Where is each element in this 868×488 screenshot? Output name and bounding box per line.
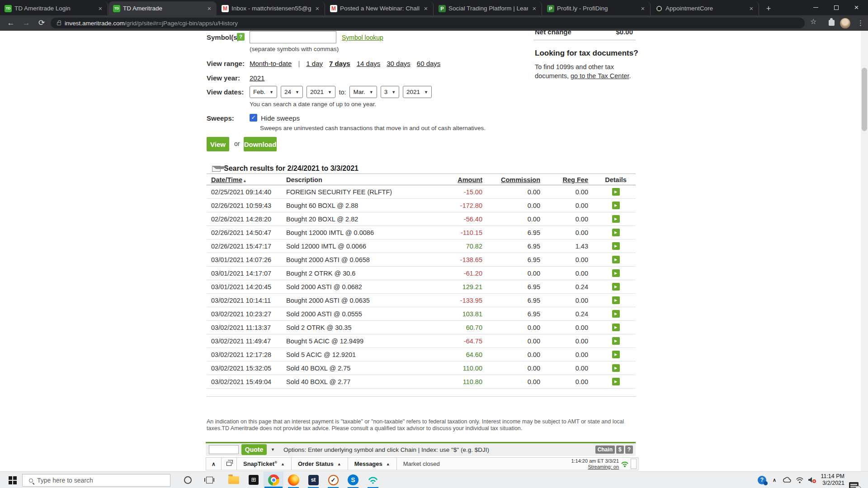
back-button[interactable]: ←	[5, 17, 17, 29]
notification-center-icon[interactable]: 2	[849, 482, 859, 488]
tab-close-icon[interactable]: ×	[639, 5, 646, 12]
details-button[interactable]: ▶	[612, 364, 620, 372]
hide-sweeps-label[interactable]: Hide sweeps	[261, 114, 300, 122]
messages-tab[interactable]: Messages▲	[348, 458, 397, 470]
date-from-select[interactable]: 24▼	[281, 86, 303, 98]
download-button[interactable]: Download	[244, 137, 277, 151]
help-button[interactable]: ?	[625, 446, 633, 454]
tab-close-icon[interactable]: ×	[531, 5, 538, 12]
details-button[interactable]: ▶	[612, 229, 620, 236]
date-to-select[interactable]: Mar.▼	[349, 86, 377, 98]
details-button[interactable]: ▶	[612, 296, 620, 304]
details-button[interactable]: ▶	[612, 378, 620, 385]
file-explorer-taskbar-icon[interactable]	[224, 472, 244, 488]
column-header-amount[interactable]: Amount	[458, 174, 482, 186]
taskbar-clock[interactable]: 11:14 PM 3/2/2021	[819, 473, 844, 487]
snapticket-popout-icon[interactable]	[222, 458, 237, 470]
details-button[interactable]: ▶	[612, 310, 620, 318]
help-icon[interactable]: ?	[237, 33, 245, 41]
hidden-icons-chevron[interactable]: ∧	[770, 477, 779, 483]
snapticket-scrollbar[interactable]	[631, 459, 637, 469]
forward-button[interactable]: →	[20, 17, 33, 29]
todo-check-taskbar-icon[interactable]: ✓	[323, 472, 343, 488]
date-from-select[interactable]: 2021▼	[307, 86, 335, 98]
order-status-tab[interactable]: Order Status▲	[292, 458, 348, 470]
tax-center-link[interactable]: go to the Tax Center	[571, 72, 629, 80]
view-range-link[interactable]: 14 days	[357, 60, 381, 67]
details-button[interactable]: ▶	[612, 324, 620, 331]
ms-store-taskbar-icon[interactable]: ⊞	[244, 472, 264, 488]
new-tab-button[interactable]: +	[763, 4, 774, 14]
details-button[interactable]: ▶	[612, 242, 620, 250]
browser-menu-icon[interactable]: ⋮	[857, 17, 864, 29]
cortana-icon[interactable]	[184, 476, 192, 484]
column-header-regfee[interactable]: Reg Fee	[563, 174, 588, 186]
tab-close-icon[interactable]: ×	[748, 5, 755, 12]
tab-close-icon[interactable]: ×	[206, 5, 213, 12]
view-button[interactable]: View	[207, 137, 229, 151]
tab-close-icon[interactable]: ×	[97, 5, 104, 12]
browser-tab[interactable]: PSocial Trading Platform | Learn to×	[434, 1, 542, 15]
hide-sweeps-checkbox[interactable]: ✓	[250, 114, 257, 122]
task-view-icon[interactable]	[206, 477, 213, 483]
browser-tab[interactable]: MPosted a New Webinar: Challeng×	[326, 1, 434, 15]
details-button[interactable]: ▶	[612, 269, 620, 277]
browser-tab[interactable]: AppointmentCore×	[651, 1, 759, 15]
details-button[interactable]: ▶	[612, 283, 620, 291]
column-header-datetime[interactable]: Date/Time▴	[211, 174, 246, 187]
stocktwits-taskbar-icon[interactable]: st	[303, 472, 323, 488]
volume-muted-icon[interactable]	[808, 476, 817, 483]
scrollbar-thumb[interactable]	[862, 68, 867, 131]
details-button[interactable]: ▶	[612, 256, 620, 263]
snapticket-collapse-icon[interactable]: ∧	[206, 458, 222, 470]
envelope-icon[interactable]	[212, 166, 221, 172]
details-button[interactable]: ▶	[612, 337, 620, 345]
window-restore-button[interactable]	[826, 0, 846, 15]
symbols-input[interactable]	[250, 31, 336, 43]
date-to-select[interactable]: 3▼	[381, 86, 399, 98]
view-range-link[interactable]: 60 days	[417, 60, 441, 67]
view-range-link[interactable]: 1 day	[306, 60, 323, 67]
date-from-select[interactable]: Feb.▼	[250, 86, 277, 98]
view-range-link[interactable]: 7 days	[329, 60, 350, 67]
window-minimize-button[interactable]	[806, 0, 826, 15]
network-signal-icon[interactable]	[795, 477, 804, 483]
details-button[interactable]: ▶	[612, 188, 620, 196]
window-close-button[interactable]: ×	[846, 0, 867, 15]
address-bar[interactable]: invest.ameritrade.com/grid/p/site#r=jPag…	[51, 18, 805, 28]
chain-button[interactable]: Chain	[595, 446, 615, 454]
browser-tab[interactable]: TDTD Ameritrade Login×	[0, 1, 108, 15]
extensions-icon[interactable]	[829, 20, 835, 26]
speedtest-taskbar-icon[interactable]	[363, 472, 383, 488]
snapticket-tab[interactable]: SnapTicket®▲	[237, 458, 292, 470]
details-button[interactable]: ▶	[612, 215, 620, 223]
view-range-link[interactable]: Month-to-date	[250, 60, 292, 67]
date-to-select[interactable]: 2021▼	[403, 86, 432, 98]
bookmark-star-icon[interactable]: ☆	[810, 17, 816, 26]
firefox-taskbar-icon[interactable]	[283, 472, 303, 488]
streaming-toggle[interactable]: Streaming: on	[588, 464, 619, 469]
browser-tab[interactable]: MInbox - mattchristensen55@gma×	[217, 1, 325, 15]
tab-close-icon[interactable]: ×	[314, 5, 321, 12]
symbol-lookup-link[interactable]: Symbol lookup	[342, 34, 383, 41]
column-header-commission[interactable]: Commission	[501, 174, 540, 186]
start-button[interactable]	[5, 476, 21, 485]
details-button[interactable]: ▶	[612, 202, 620, 209]
taskbar-search[interactable]: Type here to search	[22, 474, 170, 487]
browser-tab[interactable]: PProfit.ly - ProfiDing×	[542, 1, 651, 15]
dollar-button[interactable]: $	[616, 446, 624, 454]
details-button[interactable]: ▶	[612, 351, 620, 358]
view-range-link[interactable]: 30 days	[387, 60, 410, 67]
quote-dropdown-icon[interactable]: ▼	[271, 447, 275, 452]
chrome-taskbar-icon[interactable]	[264, 472, 283, 488]
profile-avatar[interactable]	[840, 18, 850, 28]
tab-close-icon[interactable]: ×	[422, 5, 429, 12]
page-scrollbar[interactable]	[861, 31, 868, 471]
skype-taskbar-icon[interactable]: S	[343, 472, 363, 488]
help-tray-icon[interactable]: ?	[758, 476, 766, 484]
onedrive-cloud-icon[interactable]	[783, 477, 792, 483]
quote-symbol-input[interactable]	[209, 445, 239, 454]
browser-tab[interactable]: TDTD Ameritrade×	[108, 1, 217, 15]
quote-button[interactable]: Quote	[241, 444, 267, 455]
reload-button[interactable]: ⟳	[35, 17, 48, 29]
